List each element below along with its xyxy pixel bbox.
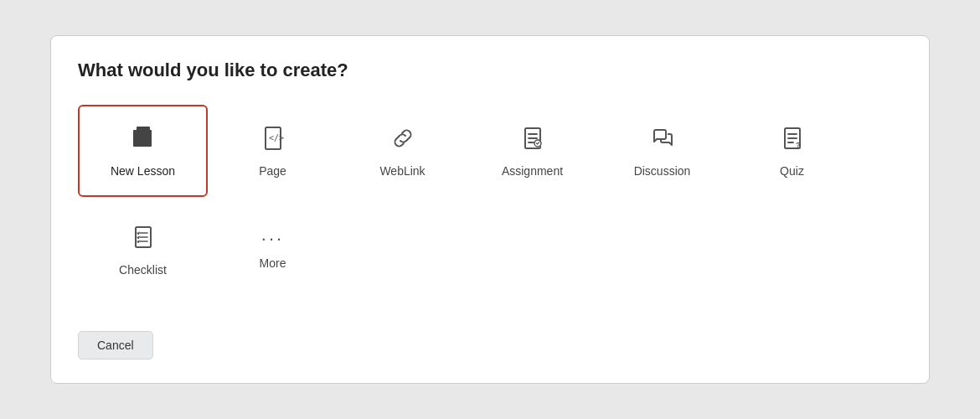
- more-icon: ···: [261, 230, 284, 248]
- item-page[interactable]: </> Page: [208, 105, 338, 197]
- svg-line-23: [138, 241, 139, 242]
- page-label: Page: [259, 164, 286, 178]
- items-row2: Checklist ··· More: [78, 204, 902, 296]
- dialog-footer: Cancel: [78, 316, 902, 360]
- dialog-title: What would you like to create?: [78, 59, 902, 81]
- item-quiz[interactable]: ? Quiz: [727, 105, 857, 197]
- assignment-label: Assignment: [502, 164, 563, 178]
- weblink-icon: [389, 125, 416, 156]
- quiz-icon: ?: [779, 125, 806, 156]
- svg-rect-1: [137, 127, 150, 133]
- item-weblink[interactable]: WebLink: [338, 105, 467, 197]
- cancel-button[interactable]: Cancel: [78, 331, 153, 360]
- assignment-icon: [519, 125, 546, 156]
- new-lesson-icon: [130, 125, 157, 156]
- create-dialog: What would you like to create? New Lesso…: [50, 35, 930, 384]
- svg-line-19: [138, 232, 139, 234]
- checklist-label: Checklist: [119, 263, 167, 277]
- item-discussion[interactable]: Discussion: [597, 105, 727, 197]
- svg-text:</>: </>: [269, 133, 284, 142]
- quiz-label: Quiz: [780, 164, 804, 178]
- checklist-icon: [130, 224, 157, 255]
- item-checklist[interactable]: Checklist: [78, 204, 208, 296]
- items-row1: New Lesson </> Page WebLink: [78, 105, 902, 197]
- svg-line-21: [138, 236, 139, 238]
- svg-text:?: ?: [796, 141, 801, 149]
- weblink-label: WebLink: [379, 164, 425, 178]
- new-lesson-label: New Lesson: [111, 164, 175, 178]
- item-more[interactable]: ··· More: [208, 204, 338, 296]
- more-label: More: [260, 256, 286, 270]
- item-assignment[interactable]: Assignment: [467, 105, 597, 197]
- item-new-lesson[interactable]: New Lesson: [78, 105, 208, 197]
- page-icon: </>: [260, 125, 286, 156]
- discussion-label: Discussion: [634, 164, 691, 178]
- discussion-icon: [649, 125, 676, 156]
